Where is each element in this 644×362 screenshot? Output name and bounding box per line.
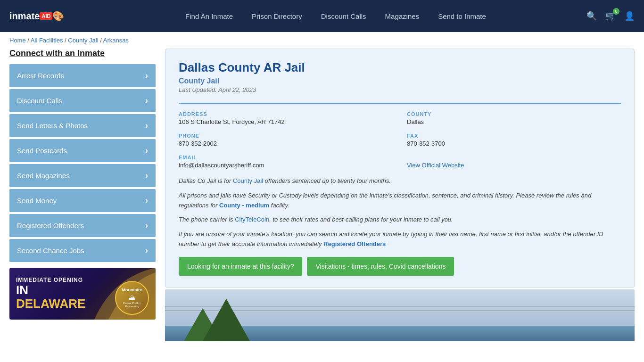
facility-info-grid: ADDRESS 106 S Charlotte St, Fordyce, AR … (179, 103, 621, 169)
desc-p4: If you are unsure of your inmate's locat… (179, 230, 621, 249)
county-jail-link1[interactable]: County Jail (233, 177, 263, 184)
citytelecoin-link[interactable]: CityTeleCoin (235, 216, 269, 223)
facility-type: County Jail (179, 77, 621, 85)
sidebar-arrow-discount-calls: › (145, 96, 148, 106)
county-value: Dallas (407, 118, 621, 125)
header: inmate AID 🎨 Find An Inmate Prison Direc… (0, 0, 644, 32)
info-phone: PHONE 870-352-2002 (179, 133, 393, 147)
sidebar-item-discount-calls[interactable]: Discount Calls › (9, 89, 156, 112)
breadcrumb-home[interactable]: Home (9, 37, 26, 44)
phone-label: PHONE (179, 133, 393, 139)
facility-description: Dallas Co Jail is for County Jail offend… (179, 176, 621, 249)
nav-magazines[interactable]: Magazines (385, 12, 420, 20)
breadcrumb-all-facilities[interactable]: All Facilities (31, 37, 63, 44)
facility-buttons: Looking for an inmate at this facility? … (179, 257, 621, 276)
sidebar-menu: Arrest Records › Discount Calls › Send L… (9, 64, 156, 262)
cart-badge: 0 (613, 8, 619, 15)
sidebar-arrow-send-letters: › (145, 121, 148, 131)
sidebar-item-send-magazines[interactable]: Send Magazines › (9, 164, 156, 187)
sidebar-label-registered-offenders: Registered Offenders (17, 222, 84, 230)
photo-wire1 (165, 306, 635, 306)
sidebar-item-registered-offenders[interactable]: Registered Offenders › (9, 214, 156, 237)
find-inmate-button[interactable]: Looking for an inmate at this facility? (179, 257, 302, 276)
ad-in-text: IN (16, 283, 85, 297)
sidebar-label-send-letters: Send Letters & Photos (17, 122, 88, 130)
facility-updated: Last Updated: April 22, 2023 (179, 86, 621, 93)
sidebar-title: Connect with an Inmate (9, 49, 156, 58)
ad-text: IMMEDIATE OPENING IN DELAWARE (16, 277, 85, 310)
sidebar-item-send-letters[interactable]: Send Letters & Photos › (9, 114, 156, 137)
nav-find-inmate[interactable]: Find An Inmate (185, 12, 233, 20)
sidebar-arrow-arrest-records: › (145, 71, 148, 81)
county-label: COUNTY (407, 111, 621, 117)
content-area: Dallas County AR Jail County Jail Last U… (165, 49, 635, 341)
user-icon[interactable]: 👤 (624, 11, 635, 21)
info-fax: FAX 870-352-3700 (407, 133, 621, 147)
ad-logo-circle: Mountaire ⛰ Farms Poultry Processing (115, 281, 149, 315)
desc-p2: All prisons and jails have Security or C… (179, 191, 621, 211)
sidebar-label-send-magazines: Send Magazines (17, 172, 70, 180)
breadcrumb-county-jail[interactable]: County Jail (68, 37, 98, 44)
sidebar-item-second-chance-jobs[interactable]: Second Chance Jobs › (9, 239, 156, 262)
facility-name: Dallas County AR Jail (179, 60, 621, 75)
breadcrumb: Home / All Facilities / County Jail / Ar… (0, 32, 644, 49)
ad-immediate-text: IMMEDIATE OPENING (16, 277, 85, 283)
sidebar-arrow-send-money: › (145, 196, 148, 206)
ad-delaware-text: DELAWARE (16, 297, 85, 311)
desc-p3: The phone carrier is CityTeleCoin, to se… (179, 215, 621, 225)
ad-logo-mountain-icon: ⛰ (128, 293, 136, 302)
ad-banner[interactable]: IMMEDIATE OPENING IN DELAWARE Mountaire … (9, 268, 156, 320)
sidebar-label-arrest-records: Arrest Records (17, 72, 64, 80)
sidebar-label-discount-calls: Discount Calls (17, 97, 62, 105)
facility-card: Dallas County AR Jail County Jail Last U… (165, 49, 635, 288)
ad-logo-sub: Farms Poultry Processing (116, 302, 148, 308)
breadcrumb-state[interactable]: Arkansas (103, 37, 129, 44)
website-link[interactable]: View Official Website (407, 162, 464, 169)
header-icons: 🔍 🛒 0 👤 (586, 11, 635, 21)
facility-photo (165, 289, 635, 341)
nav-send-to-inmate[interactable]: Send to Inmate (438, 12, 486, 20)
cart-wrapper[interactable]: 🛒 0 (605, 11, 616, 21)
fax-value: 870-352-3700 (407, 140, 621, 147)
visitations-button[interactable]: Visitations - times, rules, Covid cancel… (307, 257, 454, 276)
address-value: 106 S Charlotte St, Fordyce, AR 71742 (179, 118, 393, 125)
sidebar-item-send-postcards[interactable]: Send Postcards › (9, 139, 156, 162)
sidebar-arrow-second-chance-jobs: › (145, 246, 148, 255)
fax-label: FAX (407, 133, 621, 139)
photo-wire2 (165, 311, 635, 311)
email-label: EMAIL (179, 155, 393, 160)
sidebar-label-send-postcards: Send Postcards (17, 147, 67, 155)
logo[interactable]: inmate AID 🎨 (9, 10, 85, 22)
county-medium-link[interactable]: County - medium (219, 202, 269, 209)
info-website: X View Official Website (407, 155, 621, 169)
sidebar-item-send-money[interactable]: Send Money › (9, 189, 156, 212)
info-email: EMAIL info@dallascountyarsheriff.com (179, 155, 393, 169)
nav-prison-directory[interactable]: Prison Directory (252, 12, 302, 20)
email-value: info@dallascountyarsheriff.com (179, 162, 393, 169)
address-label: ADDRESS (179, 111, 393, 117)
sidebar-label-second-chance-jobs: Second Chance Jobs (17, 247, 84, 255)
ad-logo-name: Mountaire (122, 288, 142, 293)
registered-offenders-link[interactable]: Registered Offenders (323, 240, 386, 247)
sidebar-arrow-send-magazines: › (145, 171, 148, 181)
sidebar-item-arrest-records[interactable]: Arrest Records › (9, 64, 156, 87)
phone-value: 870-352-2002 (179, 140, 393, 147)
sidebar-label-send-money: Send Money (17, 197, 57, 205)
main-nav: Find An Inmate Prison Directory Discount… (94, 12, 577, 20)
main-layout: Connect with an Inmate Arrest Records › … (0, 49, 644, 351)
sidebar-arrow-registered-offenders: › (145, 221, 148, 230)
search-icon[interactable]: 🔍 (586, 11, 597, 21)
info-address: ADDRESS 106 S Charlotte St, Fordyce, AR … (179, 111, 393, 125)
desc-p1: Dallas Co Jail is for County Jail offend… (179, 176, 621, 186)
nav-discount-calls[interactable]: Discount Calls (321, 12, 366, 20)
sidebar: Connect with an Inmate Arrest Records › … (9, 49, 156, 341)
info-county: COUNTY Dallas (407, 111, 621, 125)
sidebar-arrow-send-postcards: › (145, 146, 148, 156)
